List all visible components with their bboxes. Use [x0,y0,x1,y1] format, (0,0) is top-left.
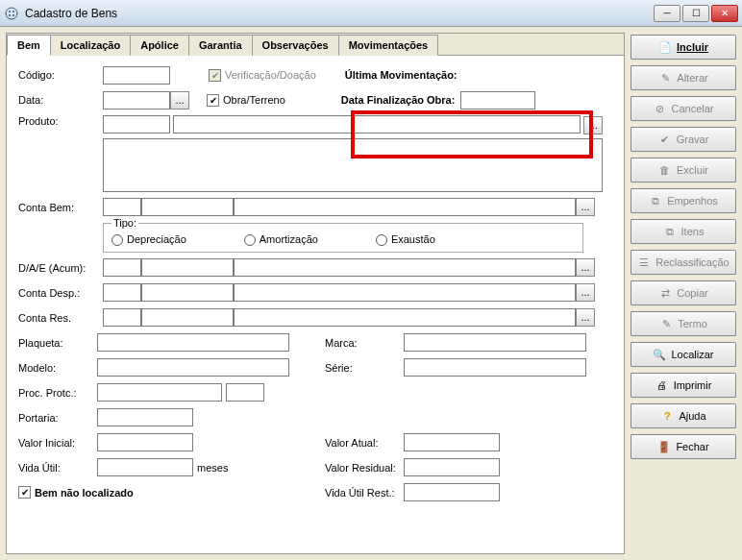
conta-desp-desc[interactable] [234,283,576,302]
data-picker-button[interactable]: ... [170,91,189,110]
label-codigo: Código: [18,69,103,81]
cancelar-button[interactable]: ⊘Cancelar [631,96,736,121]
tabs: Bem Localização Apólice Garantia Observa… [7,34,624,56]
gravar-button[interactable]: ✔Gravar [631,127,736,152]
copiar-button[interactable]: ⇄Copiar [631,280,736,305]
conta-desp-code[interactable] [103,283,141,302]
print-icon: 🖨 [655,378,669,392]
termo-button[interactable]: ✎Termo [631,311,736,336]
tipo-fieldset: Tipo: Depreciação Amortização Exaustão [103,223,583,253]
serie-input[interactable] [404,358,586,377]
modelo-input[interactable] [97,358,289,377]
label-data: Data: [18,94,103,106]
new-icon: 📄 [658,40,672,54]
produto-lookup-button[interactable]: ... [583,116,603,134]
list-icon: ☰ [637,256,651,269]
svg-point-4 [12,14,14,16]
verificacao-checkbox: ✔ [209,69,221,82]
tab-movimentacoes[interactable]: Movimentações [338,35,439,56]
conta-res-code[interactable] [103,308,141,327]
copy-icon: ⇄ [658,286,672,300]
conta-bem-lookup[interactable]: ... [576,198,595,216]
search-icon: 🔍 [653,348,666,361]
tree-icon: ⧉ [649,194,662,207]
tab-bem[interactable]: Bem [7,35,51,56]
label-produto: Produto: [18,115,103,127]
radio-depreciacao[interactable]: Depreciação [111,233,186,246]
obra-checkbox[interactable]: ✔ [207,94,219,107]
tab-garantia[interactable]: Garantia [188,35,253,56]
svg-point-1 [9,11,11,12]
produto-desc-input[interactable] [173,115,581,134]
produto-textarea[interactable] [103,138,603,192]
dae-mask[interactable]: __.__.__.__ [141,258,234,277]
close-button[interactable]: ✕ [711,5,738,22]
conta-res-lookup[interactable]: ... [576,308,595,327]
itens-button[interactable]: ⧉Itens [631,219,736,244]
app-icon [4,6,19,21]
empenhos-button[interactable]: ⧉Empenhos [631,188,736,213]
conta-desp-mask[interactable]: __.__.__.__ [141,283,234,302]
ajuda-button[interactable]: ?Ajuda [631,403,736,428]
minimize-button[interactable]: ─ [654,5,680,22]
conta-bem-mask[interactable]: __.__.__.__ [141,198,234,216]
tab-localizacao[interactable]: Localização [50,35,131,56]
data-finalizacao-input[interactable] [460,91,535,110]
vida-util-rest-input[interactable] [404,483,500,501]
portaria-input[interactable] [97,408,193,426]
produto-code-input[interactable] [103,115,170,134]
codigo-input[interactable] [103,66,170,85]
proc-protc-input2[interactable] [226,383,264,402]
maximize-button[interactable]: ☐ [682,5,709,22]
tab-observacoes[interactable]: Observações [252,35,339,56]
window-title: Cadastro de Bens [25,7,654,20]
proc-protc-input1[interactable] [97,383,222,402]
side-buttons: 📄Incluir ✎Alterar ⊘Cancelar ✔Gravar 🗑Exc… [631,33,736,554]
label-bem-nao: Bem não localizado [35,487,134,499]
dae-lookup[interactable]: ... [576,258,595,277]
dae-code[interactable] [103,258,141,277]
conta-bem-desc[interactable] [234,198,576,216]
imprimir-button[interactable]: 🖨Imprimir [631,373,736,398]
alterar-button[interactable]: ✎Alterar [631,65,736,90]
radio-exaustao[interactable]: Exaustão [376,233,435,246]
valor-residual-input[interactable] [404,458,500,476]
bem-nao-localizado-checkbox[interactable]: ✔ [18,486,31,499]
vida-util-input[interactable] [97,458,193,476]
svg-point-0 [6,8,17,19]
save-icon: ✔ [658,133,672,146]
svg-point-2 [12,11,14,12]
edit-icon: ✎ [658,71,672,85]
trash-icon: 🗑 [658,163,672,177]
label-ultima-mov: Última Movimentação: [345,69,458,81]
label-valor-inicial: Valor Inicial: [18,437,97,449]
label-valor-atual: Valor Atual: [325,437,404,449]
valor-atual-input[interactable] [404,433,500,451]
valor-inicial-input[interactable] [97,433,193,451]
label-obra: Obra/Terreno [223,94,285,106]
marca-input[interactable] [404,333,586,352]
radio-amortizacao[interactable]: Amortização [244,233,318,246]
cancel-icon: ⊘ [653,102,666,115]
label-modelo: Modelo: [18,362,97,374]
localizar-button[interactable]: 🔍Localizar [631,342,736,367]
conta-res-desc[interactable] [234,308,576,327]
tab-apolice[interactable]: Apólice [130,35,189,56]
conta-bem-code[interactable] [103,198,141,216]
plaqueta-input[interactable] [97,333,289,352]
label-valor-residual: Valor Residual: [325,462,404,474]
conta-res-mask[interactable]: __.__.__.__ [141,308,234,327]
label-serie: Série: [325,362,404,374]
reclassificacao-button[interactable]: ☰Reclassificação [631,250,736,275]
label-verificacao: Verificação/Doação [225,69,316,81]
label-dae: D/A/E (Acum): [18,262,103,274]
label-vida-util-rest: Vida Útil Rest.: [325,487,404,499]
incluir-button[interactable]: 📄Incluir [631,35,736,60]
term-icon: ✎ [659,317,673,330]
data-input[interactable] [103,91,170,110]
label-portaria: Portaria: [18,412,97,424]
dae-desc[interactable] [234,258,576,277]
fechar-button[interactable]: 🚪Fechar [631,434,736,459]
excluir-button[interactable]: 🗑Excluir [631,158,736,183]
conta-desp-lookup[interactable]: ... [576,283,595,302]
